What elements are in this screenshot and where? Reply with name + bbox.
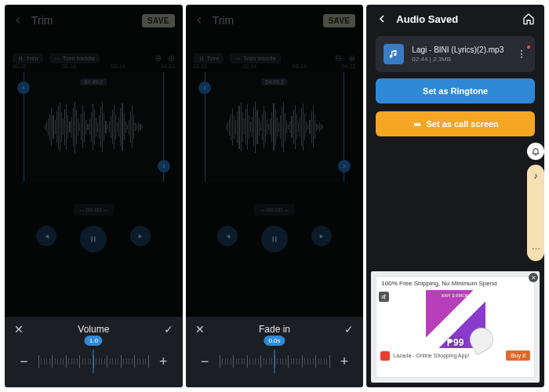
file-name: Lagi - BINI (Lyrics)(2).mp3 xyxy=(412,45,504,54)
slider-value: 0.0s xyxy=(264,336,285,346)
ad-close-icon[interactable]: ✕ xyxy=(529,273,538,282)
notification-dot-icon xyxy=(527,45,530,49)
file-meta: 02:44 | 2.3MB xyxy=(412,56,504,63)
audio-saved-screen: Audio Saved Lagi - BINI (Lyrics)(2).mp3 … xyxy=(366,5,544,387)
floating-toolbar: ♪ ⋯ xyxy=(526,143,544,261)
advertisement[interactable]: ✕ 100% Free Shipping, No Minimum Spend A… xyxy=(371,271,540,383)
crown-icon xyxy=(413,119,422,129)
increase-button[interactable]: + xyxy=(158,354,169,370)
trim-editor-fadein: Trim SAVE Trim Trim middle ⊖⊕ 00:0000:24… xyxy=(186,5,364,387)
svg-point-0 xyxy=(521,50,522,52)
bell-button[interactable] xyxy=(527,143,544,160)
set-ringtone-button[interactable]: Set as Ringtone xyxy=(376,78,535,103)
slider-pointer[interactable] xyxy=(93,350,94,373)
back-button[interactable] xyxy=(376,13,388,25)
sheet-title: Volume xyxy=(24,324,164,335)
ad-store-name: Lazada - Online Shopping App! xyxy=(393,353,469,358)
sheet-close-icon[interactable]: ✕ xyxy=(14,323,24,336)
slider-pointer[interactable] xyxy=(274,350,275,373)
slider-scale[interactable]: 0.0s xyxy=(220,351,330,372)
fadein-sheet: ✕ Fade in ✓ − 0.0s + xyxy=(186,317,364,387)
ad-headline: 100% Free Shipping, No Minimum Spend xyxy=(376,277,534,290)
music-note-icon: ♪ xyxy=(533,171,538,180)
page-title: Audio Saved xyxy=(396,13,458,25)
decrease-button[interactable]: − xyxy=(19,354,29,370)
fadein-slider[interactable]: − 0.0s + xyxy=(186,342,364,387)
ad-logo-icon xyxy=(380,351,390,361)
home-button[interactable] xyxy=(522,13,535,25)
slider-scale[interactable]: 1.0 xyxy=(38,351,149,372)
trim-editor-volume: Trim SAVE Trim Trim middle ⊖ ⊕ 00:0000:2… xyxy=(5,5,183,387)
header: Audio Saved xyxy=(366,5,544,33)
ad-price: ₱99 xyxy=(447,337,464,348)
volume-sheet: ✕ Volume ✓ − 1.0 + xyxy=(5,317,183,387)
increase-button[interactable]: + xyxy=(340,354,350,370)
volume-slider[interactable]: − 1.0 + xyxy=(5,342,183,387)
more-menu-button[interactable] xyxy=(516,49,527,60)
floating-slider[interactable]: ♪ ⋯ xyxy=(527,165,544,261)
ad-mute-icon[interactable] xyxy=(379,292,389,302)
file-info: Lagi - BINI (Lyrics)(2).mp3 02:44 | 2.3M… xyxy=(412,45,504,63)
ad-cta-button[interactable]: Buy it xyxy=(506,350,530,361)
sheet-title: Fade in xyxy=(205,324,345,335)
svg-point-1 xyxy=(521,53,522,55)
decrease-button[interactable]: − xyxy=(200,354,210,370)
music-icon xyxy=(384,44,404,64)
sheet-close-icon[interactable]: ✕ xyxy=(195,323,205,336)
set-callscreen-button[interactable]: Set as call screen xyxy=(376,111,535,136)
sheet-confirm-icon[interactable]: ✓ xyxy=(344,323,354,336)
svg-point-2 xyxy=(521,56,522,58)
sheet-confirm-icon[interactable]: ✓ xyxy=(164,323,173,336)
slider-value: 1.0 xyxy=(85,336,103,346)
more-dots-icon[interactable]: ⋯ xyxy=(532,245,540,255)
audio-file-card[interactable]: Lagi - BINI (Lyrics)(2).mp3 02:44 | 2.3M… xyxy=(376,36,535,72)
ad-image: ANY 3 FROM ₱99 xyxy=(426,290,485,348)
